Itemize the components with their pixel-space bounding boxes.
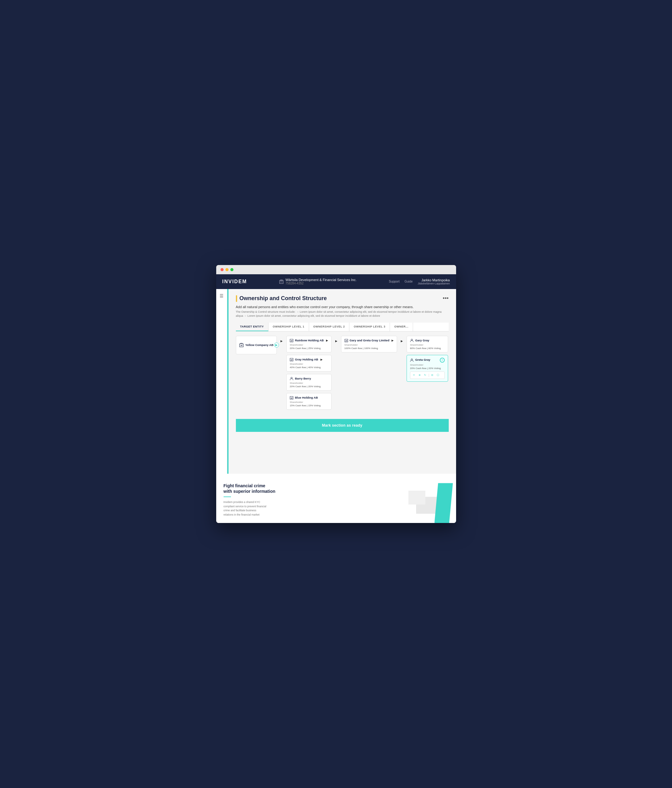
page-title-row: Ownership and Control Structure ••• — [236, 295, 449, 302]
header-right: Support Guide Jarkko Martinpoika Jääskel… — [389, 278, 450, 285]
target-entity-column: Yellow Company AB ▶ — [236, 336, 277, 354]
svg-rect-15 — [291, 398, 292, 399]
action-toolbar: ✏ ⊕ ↻ ⊟ ⓘ — [410, 372, 445, 379]
gray-holding-header: Gray Holding AB ▶ — [290, 357, 328, 362]
blue-holding-role: Shareholder — [290, 401, 328, 404]
toolbar-separator — [429, 374, 429, 377]
rainbow-name: Rainbow Holding AB — [295, 338, 324, 342]
building-icon — [290, 396, 293, 400]
tab-ownership-level-2[interactable]: OWNERSHIP LEVEL 2 — [309, 323, 350, 331]
gary-gray-name: Gary Gray — [415, 338, 430, 342]
main-content: Ownership and Control Structure ••• Add … — [228, 289, 456, 474]
tab-ownership-level-3[interactable]: OWNERSHIP LEVEL 3 — [349, 323, 390, 331]
svg-rect-8 — [291, 340, 292, 342]
building-icon — [279, 280, 284, 284]
footer-text: Invidem provides a shared KYC compliant … — [223, 500, 267, 517]
person-icon — [410, 338, 414, 342]
sidebar: ☰ — [216, 289, 227, 474]
svg-rect-12 — [292, 359, 293, 360]
gary-greta-header: Gary and Greta Gray Limited ▶ — [344, 338, 394, 343]
dot-close[interactable] — [220, 268, 223, 271]
edit-action-button[interactable]: ✏ — [412, 373, 417, 377]
dot-minimize[interactable] — [225, 268, 228, 271]
page-title: Ownership and Control Structure — [239, 295, 327, 302]
barry-header: Barry Berry — [290, 377, 328, 381]
level1-card-rainbow[interactable]: Rainbow Holding AB ▶ Shareholder 20% Cas… — [286, 336, 331, 353]
barry-role: Shareholder — [290, 382, 328, 384]
rainbow-role: Shareholder — [290, 343, 328, 346]
rainbow-header: Rainbow Holding AB ▶ — [290, 338, 328, 343]
gray-holding-role: Shareholder — [290, 362, 328, 365]
main-description: Add all natural persons and entities who… — [236, 305, 449, 309]
svg-rect-18 — [346, 340, 346, 342]
user-sub: Jääskeläinen-Lappalainen — [418, 282, 450, 285]
add-target-button[interactable]: ▶ — [274, 343, 279, 348]
arrow-l2-l3: ▶ — [399, 336, 404, 343]
person-icon — [410, 358, 414, 362]
gary-greta-role: Shareholder — [344, 343, 394, 346]
greta-gray-stats: 20% Cash flow | 20% Voting — [410, 367, 445, 370]
header-center: Wärtsila Development & Financial Service… — [279, 278, 357, 285]
footer-graphic — [395, 486, 456, 523]
footer-section: Fight financial crimewith superior infor… — [216, 474, 456, 523]
target-entity-card[interactable]: Yellow Company AB ▶ — [236, 336, 277, 354]
tab-target-entity[interactable]: TARGET ENTITY — [236, 323, 268, 331]
level3-column: Gary Gray Shareholder 80% Cash flow | 80… — [407, 336, 448, 382]
greta-gray-role: Shareholder — [410, 364, 445, 366]
ownership-diagram: Yellow Company AB ▶ ▶ — [236, 336, 449, 413]
svg-rect-19 — [347, 340, 347, 341]
company-id: 758284-4352 — [285, 282, 357, 285]
building-icon — [290, 357, 293, 361]
gray-holding-name: Gray Holding AB — [295, 357, 318, 361]
refresh-action-button[interactable]: ↻ — [423, 373, 428, 377]
level3-card-greta-gray[interactable]: Greta Gray + Shareholder 20% Cash flow |… — [407, 355, 448, 382]
info-action-button[interactable]: ⓘ — [436, 373, 440, 377]
footer-divider — [223, 497, 231, 497]
barry-stats: 20% Cash flow | 20% Voting — [290, 385, 328, 388]
person-icon — [290, 377, 293, 380]
mark-ready-button[interactable]: Mark section as ready — [236, 419, 449, 432]
more-options-button[interactable]: ••• — [443, 295, 449, 302]
greta-gray-header: Greta Gray + — [410, 357, 445, 362]
level2-card-gary-greta[interactable]: Gary and Greta Gray Limited ▶ Shareholde… — [341, 336, 397, 353]
browser-chrome — [216, 265, 456, 274]
detail-description: The Ownership & Control structure must i… — [236, 310, 449, 318]
hamburger-icon[interactable]: ☰ — [220, 293, 223, 298]
building-icon — [290, 338, 293, 342]
svg-rect-16 — [292, 398, 293, 398]
support-link[interactable]: Support — [389, 280, 399, 283]
app-body: ☰ Ownership and Control Structure ••• Ad… — [216, 289, 456, 474]
blue-holding-name: Blue Holding AB — [295, 396, 318, 399]
tab-ownership-more[interactable]: OWNER... — [390, 323, 413, 331]
level2-column: Gary and Greta Gray Limited ▶ Shareholde… — [341, 336, 397, 353]
svg-rect-9 — [292, 340, 293, 341]
arrow-target-l1: ▶ — [279, 336, 284, 343]
tab-ownership-level-1[interactable]: OWNERSHIP LEVEL 1 — [268, 323, 309, 331]
add-greta-button[interactable]: + — [440, 357, 445, 362]
description-block: Add all natural persons and entities who… — [236, 305, 449, 318]
svg-rect-5 — [241, 345, 241, 346]
level3-card-gary-gray[interactable]: Gary Gray Shareholder 80% Cash flow | 80… — [407, 336, 448, 353]
rainbow-stats: 20% Cash flow | 25% Voting — [290, 347, 328, 350]
gary-gray-stats: 80% Cash flow | 80% Voting — [410, 347, 445, 350]
level1-card-barry[interactable]: Barry Berry Shareholder 20% Cash flow | … — [286, 374, 331, 391]
company-name: Wärtsila Development & Financial Service… — [285, 278, 357, 282]
title-accent — [236, 295, 237, 302]
dot-maximize[interactable] — [230, 268, 233, 271]
level1-card-gray-holding[interactable]: Gray Holding AB ▶ Shareholder 40% Cash f… — [286, 355, 331, 372]
app-header: INVIDEM Wärtsila Development & Financial… — [216, 274, 456, 289]
svg-rect-11 — [291, 359, 292, 361]
building-icon — [239, 343, 244, 347]
building-icon — [344, 338, 348, 342]
arrow-l1-l2: ▶ — [334, 336, 339, 343]
link-action-button[interactable]: ⊕ — [418, 373, 422, 377]
delete-action-button[interactable]: ⊟ — [430, 373, 434, 377]
svg-rect-6 — [242, 345, 242, 346]
gary-greta-stats: 100% Cash flow | 100% Voting — [344, 347, 394, 350]
guide-link[interactable]: Guide — [404, 280, 413, 283]
target-entity-name: Yellow Company AB — [246, 343, 274, 346]
gary-gray-role: Shareholder — [410, 343, 445, 346]
blue-holding-header: Blue Holding AB — [290, 396, 328, 400]
gary-gray-header: Gary Gray — [410, 338, 445, 343]
level1-card-blue-holding[interactable]: Blue Holding AB Shareholder 15% Cash flo… — [286, 393, 331, 410]
